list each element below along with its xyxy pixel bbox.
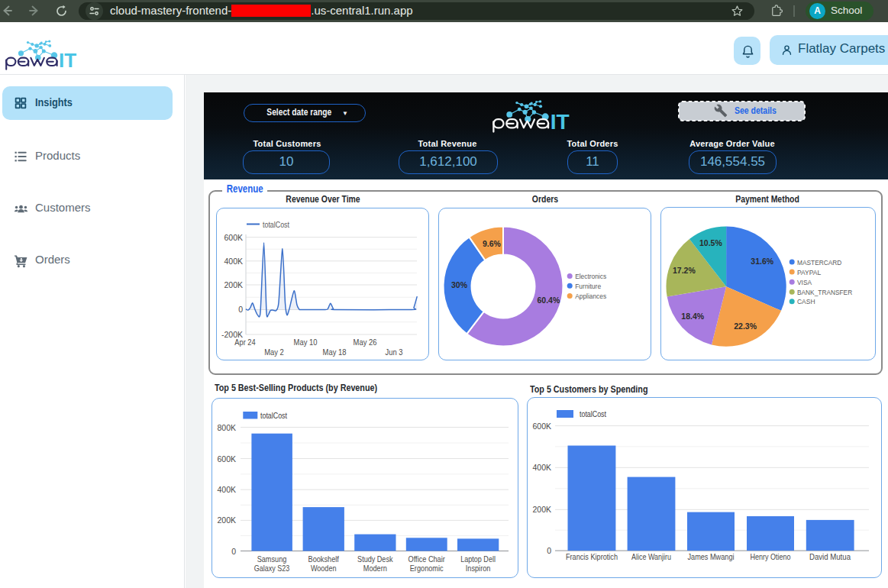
svg-text:Alice Wanjiru: Alice Wanjiru [631, 552, 671, 561]
svg-text:PAYPAL: PAYPAL [797, 268, 821, 276]
svg-text:Jun 3: Jun 3 [386, 347, 403, 357]
svg-text:Bookshelf: Bookshelf [308, 554, 339, 564]
svg-text:IT: IT [551, 110, 570, 133]
svg-text:Laptop Dell: Laptop Dell [460, 554, 496, 564]
svg-text:CASH: CASH [797, 297, 815, 305]
svg-text:Samsung: Samsung [257, 554, 287, 564]
svg-text:IT: IT [59, 49, 76, 72]
svg-text:MASTERCARD: MASTERCARD [797, 258, 841, 267]
svg-text:200K: 200K [532, 505, 551, 514]
svg-text:totalCost: totalCost [580, 409, 606, 418]
svg-text:Modern: Modern [363, 564, 387, 573]
svg-text:60.4%: 60.4% [538, 296, 560, 305]
svg-text:Ergonomic: Ergonomic [410, 564, 444, 573]
svg-text:Appliances: Appliances [575, 292, 606, 300]
svg-text:May 26: May 26 [354, 338, 377, 347]
svg-text:Francis Kiprotich: Francis Kiprotich [566, 552, 618, 561]
svg-text:BANK_TRANSFER: BANK_TRANSFER [797, 288, 852, 296]
svg-text:Inspiron: Inspiron [466, 564, 491, 573]
svg-text:totalCost: totalCost [263, 220, 289, 229]
svg-text:17.2%: 17.2% [673, 266, 696, 275]
svg-text:Galaxy S23: Galaxy S23 [254, 564, 290, 573]
svg-text:600K: 600K [532, 422, 551, 431]
svg-text:0: 0 [231, 547, 236, 556]
svg-text:May 2: May 2 [264, 347, 284, 357]
svg-text:30%: 30% [451, 280, 468, 289]
svg-text:600K: 600K [224, 233, 243, 242]
svg-text:10.5%: 10.5% [699, 238, 722, 247]
svg-text:Electronics: Electronics [575, 272, 606, 280]
svg-text:400K: 400K [532, 463, 551, 472]
svg-text:James Mwangi: James Mwangi [688, 552, 735, 561]
svg-text:Apr 24: Apr 24 [234, 338, 255, 347]
svg-text:May 18: May 18 [323, 347, 347, 357]
svg-text:18.4%: 18.4% [681, 312, 704, 321]
svg-text:600K: 600K [217, 454, 236, 464]
svg-text:0: 0 [547, 546, 551, 555]
svg-text:9.6%: 9.6% [483, 239, 502, 248]
svg-text:400K: 400K [217, 485, 236, 494]
svg-text:Henry Otieno: Henry Otieno [751, 552, 791, 561]
svg-text:200K: 200K [224, 280, 243, 289]
svg-text:David Mutua: David Mutua [809, 552, 851, 561]
svg-text:totalCost: totalCost [260, 411, 287, 420]
svg-text:200K: 200K [217, 515, 236, 525]
svg-text:22.3%: 22.3% [734, 321, 757, 331]
svg-text:VISA: VISA [797, 278, 812, 286]
svg-text:0: 0 [238, 305, 243, 314]
svg-text:Furniture: Furniture [575, 282, 601, 290]
svg-text:Wooden: Wooden [311, 564, 337, 573]
svg-text:400K: 400K [224, 257, 243, 266]
svg-text:31.6%: 31.6% [751, 257, 773, 266]
svg-text:May 10: May 10 [294, 338, 318, 347]
svg-text:Study Desk: Study Desk [357, 554, 393, 564]
svg-text:Office Chair: Office Chair [408, 554, 446, 564]
svg-text:800K: 800K [217, 423, 236, 432]
